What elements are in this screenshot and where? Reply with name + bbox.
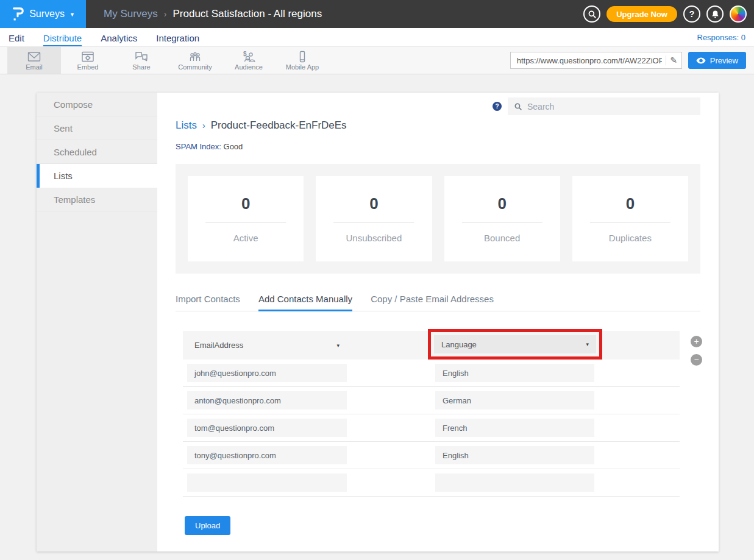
search-button[interactable] xyxy=(583,5,600,23)
toolbar-share-label: Share xyxy=(132,63,150,71)
top-bar: Surveys ▼ My Surveys › Product Satisfact… xyxy=(0,0,754,28)
toolbar-community-label: Community xyxy=(178,63,212,71)
sidebar-item-scheduled[interactable]: Scheduled xyxy=(37,140,157,164)
chevron-down-icon: ▾ xyxy=(586,341,589,347)
mobile-app-icon xyxy=(295,51,310,63)
sidebar-item-compose[interactable]: Compose xyxy=(37,93,157,116)
sidebar-item-templates[interactable]: Templates xyxy=(37,188,157,211)
email-input-5[interactable] xyxy=(187,473,347,492)
toolbar-audience[interactable]: $ Audience xyxy=(222,47,276,74)
contact-tabs: Import Contacts Add Contacts Manually Co… xyxy=(176,294,700,311)
list-search-input[interactable] xyxy=(527,102,694,112)
toolbar-mobile-app-label: Mobile App xyxy=(286,63,319,71)
toolbar-embed[interactable]: Embed xyxy=(61,47,115,74)
lists-panel: Compose Sent Scheduled Lists Templates ?… xyxy=(37,93,719,551)
table-row xyxy=(183,414,680,442)
preview-label: Preview xyxy=(710,56,738,65)
breadcrumb-lists-link[interactable]: Lists xyxy=(176,119,197,132)
help-button[interactable]: ? xyxy=(683,5,700,23)
embed-icon xyxy=(80,51,95,63)
email-input-3[interactable] xyxy=(187,419,347,437)
search-icon xyxy=(514,102,522,111)
toolbar-community[interactable]: Community xyxy=(168,47,222,74)
email-column-dropdown[interactable]: EmailAddress ▾ xyxy=(187,336,347,355)
spam-index-value: Good xyxy=(224,142,243,151)
stat-bounced: 0 Bounced xyxy=(444,176,560,261)
survey-nav: Edit Distribute Analytics Integration Re… xyxy=(0,28,754,47)
spam-index-label: SPAM Index: xyxy=(176,142,221,151)
chevron-down-icon: ▾ xyxy=(336,342,340,349)
add-row-button[interactable]: + xyxy=(691,336,702,347)
help-icon[interactable]: ? xyxy=(493,102,502,111)
language-highlight-box: Language ▾ xyxy=(428,329,602,360)
contacts-table: EmailAddress ▾ Language ▾ + − xyxy=(183,331,680,497)
toolbar-embed-label: Embed xyxy=(77,63,99,71)
nav-distribute[interactable]: Distribute xyxy=(43,32,82,43)
contacts-table-header: EmailAddress ▾ Language ▾ + − xyxy=(183,331,680,360)
nav-integration[interactable]: Integration xyxy=(156,32,199,43)
stat-bounced-label: Bounced xyxy=(484,233,520,243)
remove-row-button[interactable]: − xyxy=(691,354,702,366)
table-row xyxy=(183,469,680,497)
stat-unsubscribed-value: 0 xyxy=(369,194,378,213)
language-input-2[interactable] xyxy=(435,391,594,409)
toolbar-share[interactable]: Share xyxy=(115,47,168,74)
sidebar-item-lists[interactable]: Lists xyxy=(37,164,157,188)
edit-url-icon[interactable]: ✎ xyxy=(666,55,681,65)
toolbar-mobile-app[interactable]: Mobile App xyxy=(276,47,329,74)
breadcrumb-separator: › xyxy=(164,9,167,19)
list-breadcrumb: Lists › Product-Feedback-EnFrDeEs xyxy=(176,119,700,132)
breadcrumb-my-surveys[interactable]: My Surveys xyxy=(104,8,158,20)
list-name: Product-Feedback-EnFrDeEs xyxy=(211,119,347,132)
stat-active: 0 Active xyxy=(188,176,304,261)
upload-button[interactable]: Upload xyxy=(185,516,230,535)
product-label: Surveys xyxy=(29,9,65,19)
language-input-4[interactable] xyxy=(435,446,594,464)
chevron-down-icon: ▼ xyxy=(69,12,75,18)
language-column-label: Language xyxy=(441,340,477,349)
tab-copy-paste-email-addresses[interactable]: Copy / Paste Email Addresses xyxy=(371,294,494,311)
preview-button[interactable]: Preview xyxy=(688,52,746,69)
svg-text:$: $ xyxy=(243,51,247,57)
nav-analytics[interactable]: Analytics xyxy=(101,32,137,43)
chevron-right-icon: › xyxy=(202,121,205,130)
tab-import-contacts[interactable]: Import Contacts xyxy=(176,294,240,311)
eye-icon xyxy=(696,57,706,64)
upgrade-now-button[interactable]: Upgrade Now xyxy=(606,6,677,22)
email-input-2[interactable] xyxy=(187,391,347,409)
language-column-dropdown[interactable]: Language ▾ xyxy=(434,335,596,353)
email-input-4[interactable] xyxy=(187,446,347,464)
language-input-5[interactable] xyxy=(435,473,594,492)
sidebar-item-sent[interactable]: Sent xyxy=(37,116,157,140)
questionpro-logo-icon xyxy=(11,6,24,22)
email-icon xyxy=(27,51,41,63)
language-input-3[interactable] xyxy=(435,419,594,437)
survey-title: Product Satisfaction - All regions xyxy=(172,8,322,20)
stat-duplicates-label: Duplicates xyxy=(609,233,652,243)
email-sidebar: Compose Sent Scheduled Lists Templates xyxy=(37,93,157,551)
nav-edit[interactable]: Edit xyxy=(9,32,24,43)
stat-unsubscribed: 0 Unsubscribed xyxy=(316,176,432,261)
survey-url-box: ✎ xyxy=(510,52,682,69)
tab-add-contacts-manually[interactable]: Add Contacts Manually xyxy=(258,294,352,311)
email-input-1[interactable] xyxy=(187,364,347,382)
spam-index: SPAM Index: Good xyxy=(176,142,700,151)
survey-url-input[interactable] xyxy=(511,56,666,65)
notifications-button[interactable] xyxy=(706,5,724,23)
stat-bounced-value: 0 xyxy=(497,194,506,213)
distribute-toolbar: Email Embed Share xyxy=(0,47,754,74)
toolbar-email[interactable]: Email xyxy=(7,47,61,74)
bell-icon xyxy=(711,10,720,19)
stat-active-label: Active xyxy=(233,233,258,243)
list-search-box xyxy=(508,97,700,115)
language-input-1[interactable] xyxy=(435,364,594,382)
responses-count[interactable]: Responses: 0 xyxy=(697,33,746,42)
table-row xyxy=(183,387,680,414)
avatar[interactable] xyxy=(730,5,747,23)
search-icon xyxy=(588,10,597,19)
lists-main: ? Lists › Product-Feedback-EnFrDeEs SPAM… xyxy=(157,93,719,551)
table-row xyxy=(183,442,680,469)
surveys-menu[interactable]: Surveys ▼ xyxy=(0,0,86,28)
table-row xyxy=(183,360,680,387)
breadcrumb: My Surveys › Product Satisfaction - All … xyxy=(104,8,322,20)
